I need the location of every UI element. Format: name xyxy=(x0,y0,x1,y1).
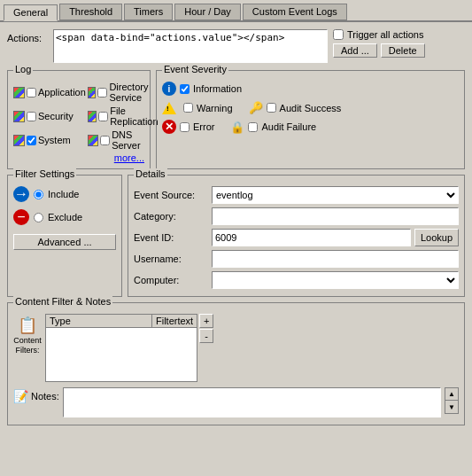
file-replication-label: File Replication xyxy=(110,105,160,127)
sec-icon xyxy=(13,111,25,122)
event-source-select[interactable]: eventlog xyxy=(212,186,459,204)
content-filters-area: 📋 ContentFilters: Type Filtertext + - xyxy=(13,314,213,382)
filtertext-column-header: Filtertext xyxy=(152,315,197,327)
actions-label: Actions: xyxy=(7,29,53,43)
actions-row: Actions: <span data-bind="actions.value"… xyxy=(7,29,465,63)
key-icon: 🔑 xyxy=(249,101,263,114)
tab-custom-event-logs[interactable]: Custom Event Logs xyxy=(243,4,347,20)
content-scroll-buttons: + - xyxy=(199,314,213,382)
dns-icon xyxy=(88,135,98,146)
tab-bar: General Threshold Timers Hour / Day Cust… xyxy=(0,0,472,22)
actions-right: Trigger all actions Add ... Delete xyxy=(333,29,425,58)
actions-input[interactable]: <span data-bind="actions.value"></span> xyxy=(53,29,328,63)
notes-label: Notes: xyxy=(31,391,59,402)
audit-failure-checkbox[interactable] xyxy=(248,122,258,132)
notes-scroll-down[interactable]: ▼ xyxy=(445,401,458,413)
notes-icon: 📝 xyxy=(13,389,28,403)
content-filter-icon: 📋 xyxy=(18,316,37,335)
directory-service-checkbox[interactable] xyxy=(97,88,107,98)
directory-service-label: Directory Service xyxy=(109,82,160,103)
log-item-security: Security xyxy=(13,105,86,127)
app-icon xyxy=(13,87,25,98)
severity-panel-title: Event Severity xyxy=(162,64,228,74)
notes-row: 📝 Notes: ▲ ▼ xyxy=(13,387,459,417)
more-link[interactable]: more... xyxy=(114,152,144,163)
content-filter-panel: Content Filter & Notes 📋 ContentFilters:… xyxy=(7,302,465,425)
computer-label: Computer: xyxy=(134,275,212,285)
dns-server-checkbox[interactable] xyxy=(100,136,110,145)
content-filter-title: Content Filter & Notes xyxy=(13,296,112,307)
include-icon: → xyxy=(13,186,29,202)
notes-input[interactable] xyxy=(63,387,441,417)
trigger-label: Trigger all actions xyxy=(347,29,423,40)
log-item-system: System xyxy=(13,129,86,151)
username-input[interactable] xyxy=(212,250,459,268)
dns-server-label: DNS Server xyxy=(112,129,160,151)
event-source-label: Event Source: xyxy=(134,190,212,200)
exclude-label: Exclude xyxy=(48,212,82,222)
warning-checkbox[interactable] xyxy=(183,103,193,113)
file-replication-checkbox[interactable] xyxy=(98,112,108,121)
warning-label: Warning xyxy=(197,103,233,113)
security-checkbox[interactable] xyxy=(27,112,36,121)
audit-failure-label: Audit Failure xyxy=(261,121,316,132)
filter-settings-panel: Filter Settings → Include − Exclude Adva… xyxy=(7,175,122,297)
application-label: Application xyxy=(38,87,86,98)
trigger-all-checkbox[interactable] xyxy=(333,29,344,40)
error-icon: ✕ xyxy=(162,120,176,134)
type-column-header: Type xyxy=(46,315,152,327)
lookup-button[interactable]: Lookup xyxy=(414,229,459,246)
delete-button[interactable]: Delete xyxy=(381,43,425,58)
exclude-radio[interactable] xyxy=(34,213,43,222)
filter-settings-title: Filter Settings xyxy=(13,168,76,179)
error-label: Error xyxy=(193,121,214,132)
content-remove-button[interactable]: - xyxy=(199,329,213,343)
tab-general[interactable]: General xyxy=(4,4,58,21)
advanced-button[interactable]: Advanced ... xyxy=(13,234,116,250)
content-table-body xyxy=(45,327,197,382)
severity-panel: Event Severity i Information ! Warning 🔑… xyxy=(156,70,465,169)
information-label: Information xyxy=(193,83,242,94)
trigger-row: Trigger all actions xyxy=(333,29,425,40)
details-panel: Details Event Source: eventlog Category:… xyxy=(128,175,465,297)
category-input[interactable] xyxy=(212,207,459,225)
log-item-directory: Directory Service xyxy=(88,82,160,103)
computer-select[interactable] xyxy=(212,271,459,289)
filter-details-row: Filter Settings → Include − Exclude Adva… xyxy=(7,175,465,297)
content-add-button[interactable]: + xyxy=(199,314,213,328)
main-content: Actions: <span data-bind="actions.value"… xyxy=(0,22,472,431)
system-checkbox[interactable] xyxy=(27,136,36,145)
details-panel-title: Details xyxy=(134,168,167,179)
information-checkbox[interactable] xyxy=(180,84,190,94)
log-panel-title: Log xyxy=(13,64,33,74)
exclude-icon: − xyxy=(13,209,29,225)
dir-icon xyxy=(88,87,97,98)
include-radio[interactable] xyxy=(34,190,43,199)
audit-success-checkbox[interactable] xyxy=(267,103,276,113)
log-item-dns: DNS Server xyxy=(88,129,160,151)
info-icon: i xyxy=(162,82,176,96)
event-id-label: Event ID: xyxy=(134,232,212,243)
error-checkbox[interactable] xyxy=(180,122,190,132)
application-checkbox[interactable] xyxy=(27,88,36,98)
content-filter-label: ContentFilters: xyxy=(13,336,42,355)
include-label: Include xyxy=(48,189,79,199)
log-item-file-replication: File Replication xyxy=(88,105,160,127)
username-label: Username: xyxy=(134,254,212,264)
lock-icon: 🔒 xyxy=(230,121,244,134)
notes-scroll-up[interactable]: ▲ xyxy=(445,388,458,401)
event-id-input[interactable] xyxy=(212,229,411,246)
warn-icon: ! xyxy=(162,102,176,114)
tab-threshold[interactable]: Threshold xyxy=(59,4,122,20)
audit-success-label: Audit Success xyxy=(280,103,342,113)
tab-hour-day[interactable]: Hour / Day xyxy=(174,4,241,20)
notes-scroll-buttons: ▲ ▼ xyxy=(445,387,459,414)
tab-timers[interactable]: Timers xyxy=(124,4,173,20)
sys-icon xyxy=(13,135,25,146)
add-button[interactable]: Add ... xyxy=(333,43,377,58)
log-severity-row: Log Application Directory Service Securi… xyxy=(7,70,465,169)
security-label: Security xyxy=(38,111,74,121)
file-rep-icon xyxy=(88,111,97,122)
system-label: System xyxy=(38,135,71,145)
log-panel: Log Application Directory Service Securi… xyxy=(7,70,151,169)
